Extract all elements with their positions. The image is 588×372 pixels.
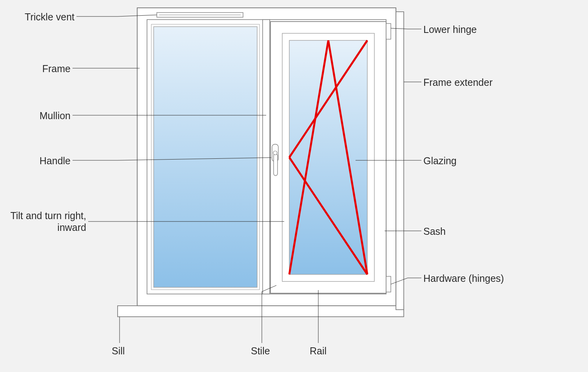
label-frame-extender: Frame extender (423, 76, 492, 88)
label-handle: Handle (40, 155, 71, 167)
hinge-top (386, 24, 391, 39)
label-frame: Frame (42, 63, 71, 74)
label-hardware: Hardware (hinges) (423, 272, 504, 284)
label-sash: Sash (423, 225, 446, 237)
sill (118, 306, 404, 317)
handle-lever (274, 154, 278, 176)
label-mullion: Mullion (40, 110, 71, 122)
window-illustration (0, 0, 588, 372)
label-stile: Stile (251, 345, 270, 357)
label-tilt-turn-line2: inward (57, 222, 86, 233)
label-glazing: Glazing (423, 155, 457, 167)
label-trickle-vent: Trickle vent (25, 11, 74, 23)
label-tilt-turn-line1: Tilt and turn right, (10, 210, 86, 221)
handle-pivot (273, 151, 277, 155)
right-glazing (289, 40, 367, 274)
frame-extender (396, 12, 404, 310)
label-rail: Rail (310, 345, 327, 357)
label-tilt-turn: Tilt and turn right, inward (10, 210, 86, 233)
hinge-bottom (386, 276, 391, 292)
label-lower-hinge: Lower hinge (423, 24, 477, 35)
left-glazing (154, 27, 257, 287)
diagram-stage: Trickle vent Frame Mullion Handle Tilt a… (0, 0, 588, 372)
label-sill: Sill (112, 345, 125, 357)
mullion (263, 20, 270, 294)
